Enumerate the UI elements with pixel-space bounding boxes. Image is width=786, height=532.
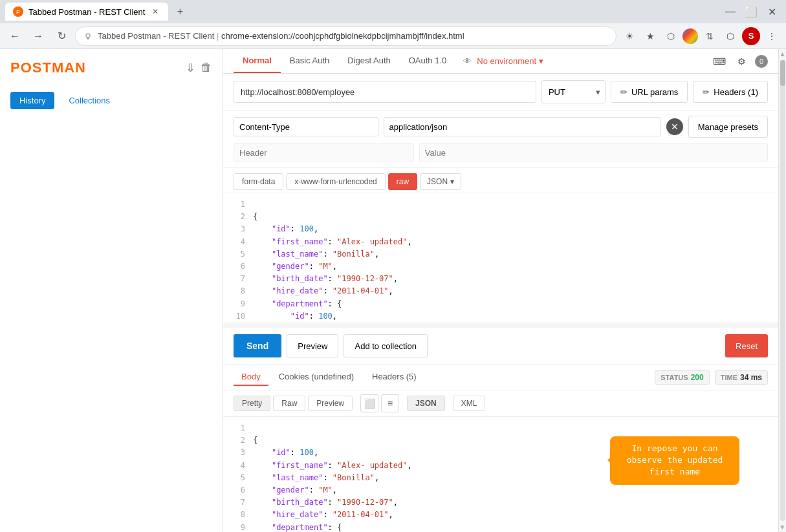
scrollbar[interactable]: ▲ ▼ xyxy=(778,49,786,532)
request-code-editor[interactable]: 123456789101112 { "id": 100, "first_name… xyxy=(223,193,778,323)
tab-close-btn[interactable]: ✕ xyxy=(150,6,160,17)
empty-header-input[interactable] xyxy=(234,143,414,162)
env-chevron: ▾ xyxy=(539,56,543,66)
body-tab-form-data[interactable]: form-data xyxy=(234,173,283,190)
time-value: 34 ms xyxy=(740,373,762,382)
empty-value-input[interactable] xyxy=(419,143,768,162)
url-params-btn[interactable]: ✏ URL params xyxy=(611,81,688,103)
scroll-down-btn[interactable]: ▼ xyxy=(780,524,786,531)
minimize-btn[interactable]: — xyxy=(721,3,739,21)
method-select[interactable]: GET POST PUT DELETE PATCH HEAD OPTIONS xyxy=(541,80,606,103)
settings-icon[interactable]: ⚙ xyxy=(733,53,750,70)
header-value-input[interactable] xyxy=(384,117,661,136)
profile-icon[interactable]: S xyxy=(742,27,760,45)
tab-oauth[interactable]: OAuth 1.0 xyxy=(400,49,456,73)
app-container: POSTMAN ⇓ 🗑 History Collections Normal B… xyxy=(0,49,786,532)
status-badges: STATUS 200 TIME 34 ms xyxy=(655,370,768,385)
response-tab-headers[interactable]: Headers (5) xyxy=(364,368,424,386)
body-tab-raw[interactable]: raw xyxy=(388,173,417,190)
address-short: Tabbed Postman - REST Client xyxy=(98,31,214,41)
toolbar-icons: ☀ ★ ⬡ ⇅ ⬡ S ⋮ xyxy=(620,27,781,45)
eye-icon[interactable]: 👁 xyxy=(463,56,472,66)
browser-toolbar: ← → ↻ Tabbed Postman - REST Client | chr… xyxy=(0,23,786,49)
browser-controls: — ⬜ ✕ xyxy=(721,3,781,21)
extensions-icon[interactable]: ⬡ xyxy=(662,27,680,45)
header-icons: ⌨ ⚙ 0 xyxy=(711,53,768,70)
status-label: STATUS xyxy=(660,374,688,381)
editor-resize-handle[interactable] xyxy=(223,323,778,328)
tab-digest-auth[interactable]: Digest Auth xyxy=(338,49,400,73)
body-tabs: form-data x-www-form-urlencoded raw JSON… xyxy=(234,173,768,190)
tab-basic-auth[interactable]: Basic Auth xyxy=(281,49,338,73)
preview-btn[interactable]: Preview xyxy=(287,334,338,357)
url-bar: GET POST PUT DELETE PATCH HEAD OPTIONS ✏… xyxy=(223,74,778,111)
bookmark-icon[interactable]: ★ xyxy=(641,27,659,45)
reset-btn[interactable]: Reset xyxy=(725,334,768,357)
format-tab-preview[interactable]: Preview xyxy=(308,396,353,411)
menu-icon[interactable]: ⋮ xyxy=(763,27,781,45)
add-collection-btn[interactable]: Add to collection xyxy=(344,334,427,357)
time-label: TIME xyxy=(721,374,737,381)
json-chevron: ▾ xyxy=(450,177,454,186)
sidebar-actions: ⇓ 🗑 xyxy=(186,61,212,75)
format-tab-raw[interactable]: Raw xyxy=(273,396,305,411)
maximize-btn[interactable]: ⬜ xyxy=(742,3,760,21)
align-icon[interactable]: ≡ xyxy=(381,394,399,412)
scroll-thumb[interactable] xyxy=(780,60,785,86)
new-tab-button[interactable]: + xyxy=(171,3,189,21)
format-json-btn[interactable]: JSON xyxy=(407,396,445,411)
browser-tab[interactable]: P Tabbed Postman - REST Client ✕ xyxy=(5,3,168,21)
sidebar: POSTMAN ⇓ 🗑 History Collections xyxy=(0,49,223,532)
header-key-input[interactable] xyxy=(234,117,378,136)
sync-icon[interactable]: ⇅ xyxy=(701,27,719,45)
format-tab-pretty[interactable]: Pretty xyxy=(234,396,270,411)
sidebar-tabs: History Collections xyxy=(0,87,223,114)
time-badge: TIME 34 ms xyxy=(715,370,768,385)
headers-section: ✕ Manage presets xyxy=(223,111,778,168)
json-format-select[interactable]: JSON ▾ xyxy=(420,173,461,190)
body-tab-urlencoded[interactable]: x-www-form-urlencoded xyxy=(286,173,385,190)
address-separator: | xyxy=(217,31,221,41)
request-code-content: { "id": 100, "first_name": "Alex- update… xyxy=(253,198,768,323)
request-line-numbers: 123456789101112 xyxy=(234,198,253,323)
url-input[interactable] xyxy=(234,81,536,103)
status-code: 200 xyxy=(691,373,704,382)
response-tab-body[interactable]: Body xyxy=(234,368,268,386)
address-text: Tabbed Postman - REST Client | chrome-ex… xyxy=(98,31,608,41)
response-code: 123456789101112 { "id": 100, "first_name… xyxy=(223,417,778,532)
body-tabs-section: form-data x-www-form-urlencoded raw JSON… xyxy=(223,168,778,193)
response-tab-cookies[interactable]: Cookies (undefined) xyxy=(271,368,362,386)
sidebar-header: POSTMAN ⇓ 🗑 xyxy=(0,49,223,87)
headers-btn[interactable]: ✏ Headers (1) xyxy=(693,81,768,103)
extensions2-icon[interactable]: ⬡ xyxy=(721,27,739,45)
sidebar-tab-collections[interactable]: Collections xyxy=(60,92,119,109)
scroll-up-btn[interactable]: ▲ xyxy=(780,50,786,58)
svg-rect-3 xyxy=(87,37,89,39)
status-badge: STATUS 200 xyxy=(655,370,709,385)
cast-icon[interactable]: ☀ xyxy=(620,27,639,45)
header-row-1: ✕ Manage presets xyxy=(234,116,768,138)
back-btn[interactable]: ← xyxy=(5,27,25,46)
wrap-icon[interactable]: ⬜ xyxy=(360,394,378,412)
address-url: chrome-extension://coohjcphdfgbiolnekdpb… xyxy=(221,31,464,41)
send-btn[interactable]: Send xyxy=(234,334,281,357)
manage-presets-btn[interactable]: Manage presets xyxy=(688,116,768,138)
close-btn[interactable]: ✕ xyxy=(763,3,781,21)
address-bar[interactable]: Tabbed Postman - REST Client | chrome-ex… xyxy=(75,27,617,46)
response-format-tabs: Pretty Raw Preview ⬜ ≡ JSON XML xyxy=(223,390,778,417)
forward-btn[interactable]: → xyxy=(28,27,48,46)
refresh-btn[interactable]: ↻ xyxy=(52,27,71,46)
format-xml-btn[interactable]: XML xyxy=(453,396,486,411)
clear-header-btn[interactable]: ✕ xyxy=(666,118,683,135)
keyboard-icon[interactable]: ⌨ xyxy=(711,53,728,70)
download-icon[interactable]: ⇓ xyxy=(186,61,195,75)
chrome-icon[interactable] xyxy=(682,28,698,44)
tab-normal[interactable]: Normal xyxy=(234,49,281,73)
browser-title-bar: P Tabbed Postman - REST Client ✕ + — ⬜ ✕ xyxy=(0,0,786,23)
env-selector[interactable]: No environment ▾ xyxy=(477,56,543,66)
send-bar: Send Preview Add to collection Reset xyxy=(223,328,778,365)
sidebar-tab-history[interactable]: History xyxy=(10,92,54,109)
postman-logo: POSTMAN xyxy=(10,59,86,76)
trash-icon[interactable]: 🗑 xyxy=(201,61,212,75)
method-dropdown-wrap: GET POST PUT DELETE PATCH HEAD OPTIONS xyxy=(541,80,606,103)
